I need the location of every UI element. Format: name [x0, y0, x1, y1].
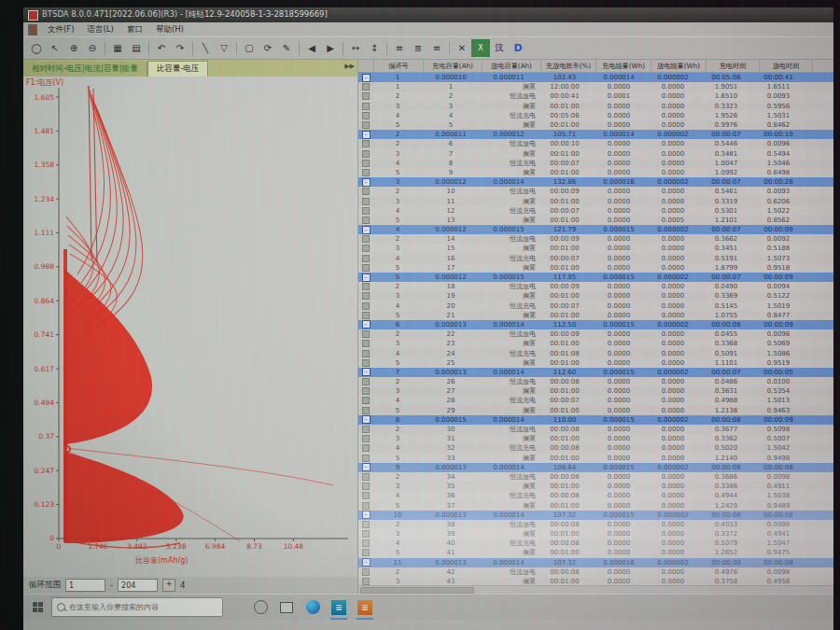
cycle-range-from-input[interactable]: 1 — [65, 579, 105, 592]
next-record-icon[interactable]: ▶ — [321, 39, 340, 57]
scrollbar-thumb[interactable] — [360, 587, 474, 594]
cycle-summary-row[interactable]: -40.0000120.000015121.790.0000150.000002… — [358, 225, 833, 234]
step-row[interactable]: 339搁置00:01:000.00000.00000.33720.4941 — [358, 529, 833, 539]
prev-record-icon[interactable]: ◀ — [302, 39, 321, 57]
step-row[interactable]: 424恒流充电00:01:080.00000.00000.50911.5086 — [358, 348, 833, 357]
column-header[interactable]: 循环号 — [374, 60, 424, 72]
column-header[interactable]: 充电容量(Ah) — [424, 60, 483, 72]
step-row[interactable]: 37搁置00:01:000.00000.00000.34810.5494 — [358, 149, 833, 159]
collapse-icon[interactable]: - — [362, 226, 371, 234]
btsda-app-button[interactable]: ≣ — [352, 595, 378, 620]
step-row[interactable]: 343搁置00:01:000.00000.00000.37580.4958 — [358, 577, 833, 585]
cycle-summary-row[interactable]: -50.0000120.000015117.950.0000150.000002… — [358, 273, 833, 282]
start-button[interactable] — [23, 595, 51, 620]
collapse-icon[interactable]: - — [362, 178, 371, 187]
layer-list-icon[interactable]: ≡ — [390, 39, 409, 57]
cycle-summary-row[interactable]: -100.0000130.000014107.320.0000150.00000… — [358, 511, 833, 520]
collapse-icon[interactable]: - — [362, 511, 371, 519]
step-row[interactable]: 319搁置00:01:000.00000.00000.33690.5122 — [358, 291, 833, 301]
cycle-range-apply-button[interactable]: + — [162, 579, 175, 592]
step-row[interactable]: 335搁置00:01:000.00000.00000.33860.4911 — [358, 482, 833, 491]
step-row[interactable]: 55搁置00:01:000.00000.00000.99760.8462 — [358, 120, 833, 130]
step-row[interactable]: 533搁置00:01:000.00000.00001.21400.9498 — [358, 454, 833, 463]
column-header[interactable]: 充电能量(Wh) — [596, 60, 651, 72]
step-row[interactable]: 327搁置00:01:000.00000.00000.36310.5354 — [358, 386, 833, 396]
collapse-icon[interactable]: - — [362, 320, 371, 329]
column-header[interactable]: 放电容量(Ah) — [483, 60, 541, 72]
cycle-summary-row[interactable]: -110.0000130.000014107.320.0000160.00000… — [358, 558, 833, 567]
tab-capacity-voltage[interactable]: 比容量-电压 — [147, 61, 209, 77]
close-view-icon[interactable]: ✕ — [453, 39, 471, 57]
screenshot-icon[interactable]: ◯ — [27, 39, 46, 57]
task-view-button[interactable] — [273, 595, 300, 620]
edit-tool-icon[interactable]: ✎ — [277, 39, 296, 57]
bts-client-button[interactable]: ≣ — [326, 595, 352, 620]
step-row[interactable]: 226恒流放电00:00:080.00000.00000.04860.0100 — [358, 377, 833, 386]
step-row[interactable]: 525搁置00:01:000.00000.00001.11010.9519 — [358, 358, 833, 368]
step-row[interactable]: 432恒流充电00:00:080.00000.00000.50201.5042 — [358, 443, 833, 453]
taskbar-search-input[interactable]: 在这里输入你要搜索的内容 — [51, 597, 223, 617]
step-row[interactable]: 238恒流放电00:00:080.00000.00000.45530.0098 — [358, 520, 833, 529]
zoom-y-icon[interactable]: ↕ — [365, 39, 384, 57]
step-row[interactable]: 331搁置00:01:000.00000.00000.33620.5007 — [358, 434, 833, 443]
step-row[interactable]: 44恒流充电00:05:060.00000.00001.95261.5031 — [358, 111, 833, 120]
cycle-summary-row[interactable]: -10.0000100.000011102.430.0000140.000002… — [358, 73, 833, 82]
step-row[interactable]: 222恒流放电00:00:090.00000.00000.04550.0096 — [358, 329, 833, 339]
step-row[interactable]: 26恒流放电00:00:100.00000.00000.54460.0096 — [358, 139, 833, 148]
cycle-summary-row[interactable]: -70.0000130.000014112.600.0000150.000002… — [358, 368, 833, 377]
column-header[interactable]: 充放电效率(%) — [541, 60, 596, 72]
step-row[interactable]: 218恒流放电00:00:090.00000.00000.04900.0094 — [358, 282, 833, 291]
refresh-data-icon[interactable]: ⟳ — [259, 39, 277, 57]
pointer-icon[interactable]: ↖ — [46, 39, 64, 57]
menu-language[interactable]: 语言(L) — [81, 24, 120, 35]
step-row[interactable]: 210恒流放电00:00:090.00000.00000.54610.0093 — [358, 187, 833, 196]
step-row[interactable]: 230恒流放电00:00:080.00000.00000.36770.5098 — [358, 425, 833, 434]
step-row[interactable]: 420恒流充电00:00:070.00000.00000.51451.5019 — [358, 301, 833, 311]
edge-button[interactable] — [300, 595, 326, 620]
undo-icon[interactable]: ↶ — [152, 39, 171, 57]
cycle-summary-row[interactable]: -20.0000110.000012105.710.0000140.000002… — [358, 130, 833, 139]
step-row[interactable]: 22恒流放电00:00:410.00010.00001.65100.0093 — [358, 91, 833, 101]
step-row[interactable]: 323搁置00:01:000.00000.00000.33680.5069 — [358, 339, 833, 348]
step-row[interactable]: 436恒流充电00:00:080.00000.00000.49441.5038 — [358, 491, 833, 500]
step-row[interactable]: 11搁置12:00:000.00000.00001.90511.6511 — [358, 82, 833, 91]
zoom-in-icon[interactable]: ⊕ — [64, 39, 83, 57]
line-tool-icon[interactable]: ╲ — [196, 39, 215, 57]
cycle-summary-row[interactable]: -30.0000120.000014132.860.0000160.000002… — [358, 177, 833, 187]
cycle-range-to-input[interactable]: 204 — [118, 579, 158, 592]
menu-help[interactable]: 帮助(H) — [149, 24, 190, 35]
menu-file[interactable]: 文件(F) — [41, 24, 81, 35]
menu-window[interactable]: 窗口 — [120, 24, 149, 35]
step-row[interactable]: 315搁置00:01:000.00000.00000.34510.5188 — [358, 244, 833, 253]
step-row[interactable]: 59搁置00:01:000.00000.00001.09920.8498 — [358, 168, 833, 177]
filter-icon[interactable]: ▽ — [215, 39, 233, 57]
step-row[interactable]: 517搁置00:01:000.00000.00001.87990.9518 — [358, 263, 833, 273]
collapse-icon[interactable]: - — [362, 558, 371, 567]
cortana-button[interactable] — [247, 595, 273, 620]
open-file-icon[interactable]: ▢ — [240, 39, 259, 57]
table-view-icon[interactable]: ▦ — [108, 39, 127, 57]
collapse-icon[interactable]: - — [362, 368, 371, 376]
excel-export-icon[interactable]: X — [471, 39, 490, 57]
step-row[interactable]: 234恒流放电00:00:080.00000.00000.36860.0098 — [358, 472, 833, 482]
step-row[interactable]: 521搁置00:01:000.00000.00001.07550.8477 — [358, 311, 833, 320]
step-row[interactable]: 428恒流充电00:00:070.00000.00000.49881.5013 — [358, 396, 833, 405]
step-row[interactable]: 33搁置00:01:000.00000.00000.33230.5956 — [358, 102, 833, 111]
step-row[interactable]: 513搁置00:01:000.00000.00051.21010.8562 — [358, 216, 833, 225]
data-view-icon[interactable]: D — [509, 39, 527, 57]
cycle-summary-row[interactable]: -60.0000130.000014112.500.0000150.000002… — [358, 320, 833, 329]
collapse-icon[interactable]: - — [362, 415, 371, 424]
step-row[interactable]: 416恒流充电00:00:070.00000.00000.51911.5073 — [358, 254, 833, 263]
step-row[interactable]: 529搁置00:01:000.00000.00001.21380.9463 — [358, 406, 833, 415]
step-list-icon[interactable]: ≣ — [409, 39, 427, 57]
tab-time-voltage[interactable]: 相对时间-电压|电流|容量|能量 — [23, 62, 147, 77]
zoom-out-icon[interactable]: ⊖ — [83, 39, 102, 57]
step-row[interactable]: 440恒流充电00:00:080.00000.00000.50791.5047 — [358, 539, 833, 548]
language-icon[interactable]: 汉 — [490, 39, 509, 57]
cycle-summary-row[interactable]: -90.0000130.000014108.640.0000150.000002… — [358, 463, 833, 472]
zoom-x-icon[interactable]: ↔ — [346, 39, 365, 57]
step-row[interactable]: 48恒流充电00:00:070.00000.00001.00471.5046 — [358, 159, 833, 168]
column-header[interactable]: 充电时间 — [707, 60, 760, 72]
column-header[interactable]: 放电时间 — [760, 60, 813, 72]
cycle-summary-row[interactable]: -80.0000150.000014110.000.0000150.000002… — [358, 415, 833, 425]
